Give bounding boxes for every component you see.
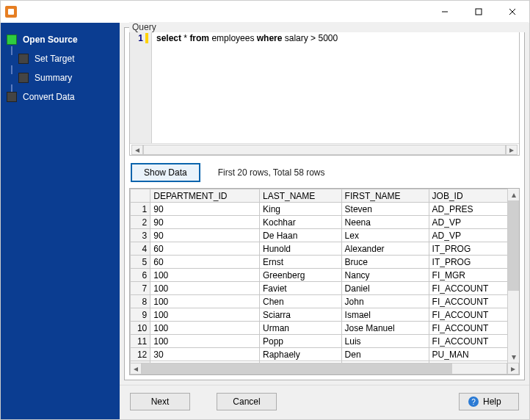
- cell[interactable]: 100: [150, 308, 260, 322]
- cell[interactable]: Hunold: [260, 242, 342, 256]
- cell[interactable]: FI_ACCOUNT: [429, 295, 507, 308]
- table-row[interactable]: 7100FavietDanielFI_ACCOUNT9000DFAVIET: [131, 282, 508, 295]
- table-row[interactable]: 10100UrmanJose ManuelFI_ACCOUNT7800JMURM…: [131, 322, 508, 335]
- cell[interactable]: FI_ACCOUNT: [429, 335, 507, 348]
- cell[interactable]: AD_VP: [429, 216, 507, 229]
- cell[interactable]: Bruce: [341, 256, 429, 269]
- cell[interactable]: FI_ACCOUNT: [429, 322, 507, 335]
- cell[interactable]: Neena: [341, 216, 429, 229]
- table-row[interactable]: 390De HaanLexAD_VP17000LDEHAAN: [131, 229, 508, 242]
- grid-horizontal-scrollbar[interactable]: ◂ ▸: [130, 363, 519, 374]
- cell[interactable]: Alexander: [341, 242, 429, 256]
- column-header[interactable]: FIRST_NAME: [341, 189, 429, 203]
- svg-rect-0: [8, 9, 14, 15]
- scroll-down-icon[interactable]: ▾: [508, 351, 519, 363]
- query-editor[interactable]: 1 select * from employees where salary >…: [129, 31, 520, 156]
- wizard-sidebar: Open Source Set Target Summary Convert D…: [1, 23, 120, 419]
- cell[interactable]: Jose Manuel: [341, 322, 429, 335]
- editor-horizontal-scrollbar[interactable]: ◂ ▸: [130, 143, 519, 155]
- titlebar: [1, 1, 529, 23]
- table-row[interactable]: 190KingStevenAD_PRES24000SKING: [131, 203, 508, 216]
- wizard-step-convert-data[interactable]: Convert Data: [5, 87, 115, 106]
- cell[interactable]: 100: [150, 282, 260, 295]
- cell[interactable]: 100: [150, 269, 260, 282]
- cell[interactable]: Popp: [260, 335, 342, 348]
- cell[interactable]: Chen: [260, 295, 342, 308]
- cell[interactable]: Greenberg: [260, 269, 342, 282]
- cell[interactable]: Nancy: [341, 269, 429, 282]
- grid-vertical-scrollbar[interactable]: ▴ ▾: [507, 189, 519, 363]
- wizard-step-set-target[interactable]: Set Target: [5, 49, 115, 68]
- help-button[interactable]: ? Help: [459, 393, 519, 410]
- cell[interactable]: 60: [150, 256, 260, 269]
- cancel-button[interactable]: Cancel: [217, 393, 277, 410]
- cell[interactable]: 90: [150, 203, 260, 216]
- table-row[interactable]: 6100GreenbergNancyFI_MGR12000NGREENE: [131, 269, 508, 282]
- cell[interactable]: John: [341, 295, 429, 308]
- cell[interactable]: Daniel: [341, 282, 429, 295]
- scroll-right-icon[interactable]: ▸: [507, 363, 519, 374]
- table-row[interactable]: 8100ChenJohnFI_ACCOUNT8200JCHEN: [131, 295, 508, 308]
- editor-gutter: 1: [130, 32, 152, 143]
- scroll-left-icon[interactable]: ◂: [130, 363, 142, 374]
- row-number-cell: 11: [131, 335, 150, 348]
- grid-scroll-area[interactable]: DEPARTMENT_IDLAST_NAMEFIRST_NAMEJOB_IDSA…: [130, 189, 507, 363]
- cell[interactable]: FI_ACCOUNT: [429, 308, 507, 322]
- table-row[interactable]: 460HunoldAlexanderIT_PROG9000AHUNOL: [131, 242, 508, 256]
- row-number-cell: 4: [131, 242, 150, 256]
- cell[interactable]: PU_MAN: [429, 348, 507, 361]
- column-header[interactable]: DEPARTMENT_ID: [150, 189, 260, 203]
- cell[interactable]: IT_PROG: [429, 256, 507, 269]
- cell[interactable]: Lex: [341, 229, 429, 242]
- table-row[interactable]: 9100SciarraIsmaelFI_ACCOUNT7700ISCIARRA: [131, 308, 508, 322]
- row-number-cell: 12: [131, 348, 150, 361]
- wizard-step-open-source[interactable]: Open Source: [5, 30, 115, 49]
- step-indicator-icon: [18, 73, 29, 83]
- editor-code[interactable]: select * from employees where salary > 5…: [152, 32, 519, 143]
- cell[interactable]: 90: [150, 229, 260, 242]
- cell[interactable]: Raphaely: [260, 348, 342, 361]
- wizard-step-summary[interactable]: Summary: [5, 68, 115, 87]
- cell[interactable]: Den: [341, 348, 429, 361]
- cell[interactable]: 100: [150, 322, 260, 335]
- close-button[interactable]: [495, 1, 529, 23]
- cell[interactable]: Ismael: [341, 308, 429, 322]
- scroll-up-icon[interactable]: ▴: [508, 189, 519, 200]
- step-label: Open Source: [23, 35, 78, 45]
- table-row[interactable]: 290KochharNeenaAD_VP17000NKOCHH: [131, 216, 508, 229]
- scroll-right-icon[interactable]: ▸: [506, 145, 518, 155]
- cell[interactable]: FI_ACCOUNT: [429, 282, 507, 295]
- row-number-cell: 2: [131, 216, 150, 229]
- scroll-left-icon[interactable]: ◂: [131, 145, 143, 155]
- table-row[interactable]: 11100PoppLuisFI_ACCOUNT6900LPOPP: [131, 335, 508, 348]
- cell[interactable]: Faviet: [260, 282, 342, 295]
- row-number-cell: 9: [131, 308, 150, 322]
- row-number-cell: 7: [131, 282, 150, 295]
- cell[interactable]: 100: [150, 295, 260, 308]
- column-header[interactable]: LAST_NAME: [260, 189, 342, 203]
- cell[interactable]: Luis: [341, 335, 429, 348]
- cell[interactable]: 90: [150, 216, 260, 229]
- cell[interactable]: Sciarra: [260, 308, 342, 322]
- column-header[interactable]: JOB_ID: [429, 189, 507, 203]
- cell[interactable]: IT_PROG: [429, 242, 507, 256]
- help-icon: ?: [468, 397, 479, 407]
- cell[interactable]: De Haan: [260, 229, 342, 242]
- cell[interactable]: 100: [150, 335, 260, 348]
- cell[interactable]: Urman: [260, 322, 342, 335]
- table-row[interactable]: 560ErnstBruceIT_PROG6000BERNST: [131, 256, 508, 269]
- cell[interactable]: AD_VP: [429, 229, 507, 242]
- cell[interactable]: AD_PRES: [429, 203, 507, 216]
- cell[interactable]: 30: [150, 348, 260, 361]
- cell[interactable]: Ernst: [260, 256, 342, 269]
- minimize-button[interactable]: [428, 1, 462, 23]
- next-button[interactable]: Next: [130, 393, 190, 410]
- cell[interactable]: Steven: [341, 203, 429, 216]
- cell[interactable]: King: [260, 203, 342, 216]
- table-row[interactable]: 1230RaphaelyDenPU_MAN11000DRAPHEA: [131, 348, 508, 361]
- maximize-button[interactable]: [462, 1, 495, 23]
- show-data-button[interactable]: Show Data: [131, 163, 200, 182]
- cell[interactable]: Kochhar: [260, 216, 342, 229]
- cell[interactable]: FI_MGR: [429, 269, 507, 282]
- cell[interactable]: 60: [150, 242, 260, 256]
